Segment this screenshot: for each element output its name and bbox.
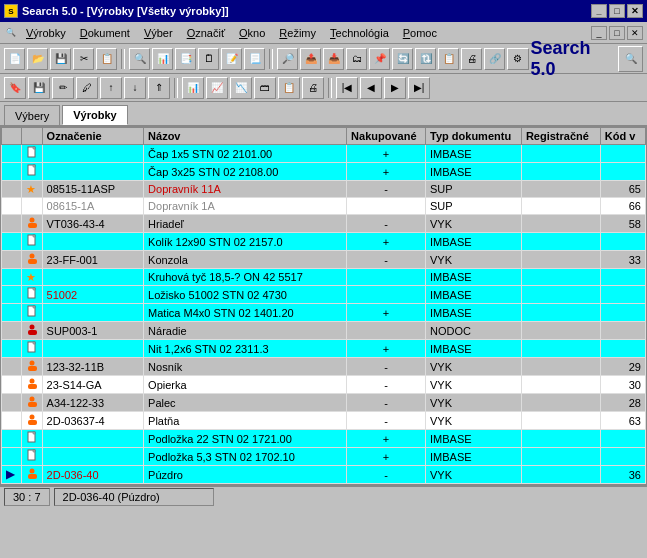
cell-registracne [521, 251, 600, 269]
inner-close-button[interactable]: ✕ [627, 26, 643, 40]
tb-btn-7[interactable]: 📑 [175, 48, 196, 70]
cell-typ: IMBASE [426, 430, 522, 448]
tb2-nav-prev[interactable]: ◀ [360, 77, 382, 99]
tb-btn-13[interactable]: 📥 [323, 48, 344, 70]
cell-icon [22, 394, 42, 412]
tb-btn-12[interactable]: 📤 [300, 48, 321, 70]
cell-registracne [521, 145, 600, 163]
tb2-separator-2 [328, 78, 332, 98]
menu-technologia[interactable]: Technológia [324, 25, 395, 41]
cell-icon [22, 163, 42, 181]
tb-btn-9[interactable]: 📝 [221, 48, 242, 70]
svg-rect-15 [28, 384, 37, 389]
cell-kod: 28 [600, 394, 645, 412]
tb-btn-16[interactable]: 🔄 [392, 48, 413, 70]
tb2-btn-11[interactable]: 🗃 [254, 77, 276, 99]
tb2-btn-8[interactable]: 📊 [182, 77, 204, 99]
th-kod[interactable]: Kód v [600, 128, 645, 145]
tb-btn-14[interactable]: 🗂 [346, 48, 367, 70]
menu-rezimy[interactable]: Režimy [273, 25, 322, 41]
tb-btn-5[interactable]: 🔍 [129, 48, 150, 70]
close-button[interactable]: ✕ [627, 4, 643, 18]
cell-registracne [521, 394, 600, 412]
status-bar: 30 : 7 2D-036-40 (Púzdro) [0, 485, 647, 507]
cell-nakupovane: + [347, 448, 426, 466]
tb-btn-21[interactable]: ⚙ [507, 48, 528, 70]
tb2-btn-1[interactable]: 🔖 [4, 77, 26, 99]
menu-dokument[interactable]: Dokument [74, 25, 136, 41]
th-nazov[interactable]: Názov [144, 128, 347, 145]
tb-btn-19[interactable]: 🖨 [461, 48, 482, 70]
tb-btn-10[interactable]: 📃 [244, 48, 265, 70]
cell-marker [2, 163, 22, 181]
tb2-nav-first[interactable]: |◀ [336, 77, 358, 99]
tb2-btn-7[interactable]: ⇑ [148, 77, 170, 99]
menu-pomoc[interactable]: Pomoc [397, 25, 443, 41]
menu-oznacit[interactable]: Označiť [181, 25, 231, 41]
tb2-btn-12[interactable]: 📋 [278, 77, 300, 99]
menu-vyber[interactable]: Výber [138, 25, 179, 41]
cell-icon [22, 215, 42, 233]
tb2-nav-last[interactable]: ▶| [408, 77, 430, 99]
tb-cut-button[interactable]: ✂ [73, 48, 94, 70]
maximize-button[interactable]: □ [609, 4, 625, 18]
title-bar: S Search 5.0 - [Výrobky [Všetky výrobky]… [0, 0, 647, 22]
cell-nakupovane: - [347, 412, 426, 430]
menu-okno[interactable]: Okno [233, 25, 271, 41]
th-typ[interactable]: Typ dokumentu [426, 128, 522, 145]
branding-icon-button[interactable]: 🔍 [618, 46, 643, 72]
tb-new-button[interactable]: 📄 [4, 48, 25, 70]
tb-btn-6[interactable]: 📊 [152, 48, 173, 70]
cell-nazov: Dopravník 11A [144, 181, 347, 198]
app-icon: S [4, 4, 18, 18]
tb-separator-1 [121, 49, 125, 69]
tb-btn-8[interactable]: 🗒 [198, 48, 219, 70]
cell-marker [2, 286, 22, 304]
tb2-btn-6[interactable]: ↓ [124, 77, 146, 99]
cell-oznacenie [42, 145, 144, 163]
tb-btn-15[interactable]: 📌 [369, 48, 390, 70]
cell-icon [22, 286, 42, 304]
cell-registracne [521, 198, 600, 215]
tb2-btn-3[interactable]: ✏ [52, 77, 74, 99]
menu-vyrobky[interactable]: Výrobky [20, 25, 72, 41]
tb-btn-17[interactable]: 🔃 [415, 48, 436, 70]
cell-oznacenie: 23-S14-GA [42, 376, 144, 394]
tab-vyrobky[interactable]: Výrobky [62, 105, 127, 125]
tb-save-button[interactable]: 💾 [50, 48, 71, 70]
th-registracne[interactable]: Registračné [521, 128, 600, 145]
svg-point-18 [30, 415, 35, 420]
tb-btn-18[interactable]: 📋 [438, 48, 459, 70]
tb2-btn-10[interactable]: 📉 [230, 77, 252, 99]
cell-nakupovane: + [347, 163, 426, 181]
tb-open-button[interactable]: 📂 [27, 48, 48, 70]
tb2-btn-5[interactable]: ↑ [100, 77, 122, 99]
cell-nazov: Náradie [144, 322, 347, 340]
cell-kod [600, 269, 645, 286]
tb-copy-button[interactable]: 📋 [96, 48, 117, 70]
cell-marker [2, 269, 22, 286]
minimize-button[interactable]: _ [591, 4, 607, 18]
cell-kod [600, 430, 645, 448]
cell-kod [600, 163, 645, 181]
cell-icon [22, 412, 42, 430]
tb2-btn-4[interactable]: 🖊 [76, 77, 98, 99]
tb2-btn-13[interactable]: 🖨 [302, 77, 324, 99]
tb2-btn-9[interactable]: 📈 [206, 77, 228, 99]
tb-btn-20[interactable]: 🔗 [484, 48, 505, 70]
cell-kod: 66 [600, 198, 645, 215]
svg-point-22 [30, 469, 35, 474]
th-oznacenie[interactable]: Označenie [42, 128, 144, 145]
cell-nazov: Kolík 12x90 STN 02 2157.0 [144, 233, 347, 251]
cell-nazov: Opierka [144, 376, 347, 394]
th-marker [2, 128, 22, 145]
tb2-btn-2[interactable]: 💾 [28, 77, 50, 99]
tab-vybery[interactable]: Výbery [4, 105, 60, 125]
cell-marker [2, 448, 22, 466]
cell-nakupovane: + [347, 304, 426, 322]
cell-icon [22, 322, 42, 340]
tb2-nav-next[interactable]: ▶ [384, 77, 406, 99]
th-nakupovane[interactable]: Nakupované [347, 128, 426, 145]
cell-nazov: Dopravník 1A [144, 198, 347, 215]
tb-btn-11[interactable]: 🔎 [277, 48, 298, 70]
